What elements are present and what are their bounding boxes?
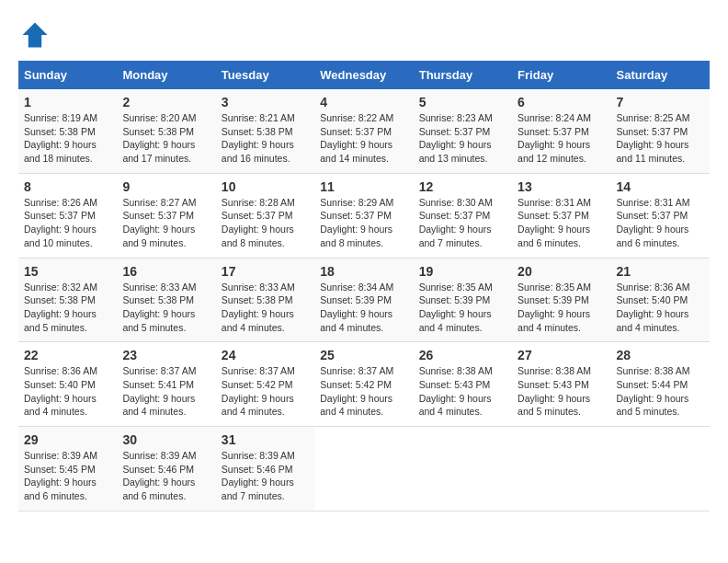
day-number: 6 xyxy=(518,95,605,109)
day-cell: 25 Sunrise: 8:37 AMSunset: 5:42 PMDaylig… xyxy=(314,342,413,427)
day-cell: 12 Sunrise: 8:30 AMSunset: 5:37 PMDaylig… xyxy=(414,173,512,258)
day-number: 15 xyxy=(24,264,111,279)
page-header xyxy=(18,18,710,52)
day-cell: 4 Sunrise: 8:22 AMSunset: 5:37 PMDayligh… xyxy=(314,89,413,173)
day-info: Sunrise: 8:39 AMSunset: 5:46 PMDaylight:… xyxy=(222,449,309,503)
day-cell: 17 Sunrise: 8:33 AMSunset: 5:38 PMDaylig… xyxy=(216,258,314,342)
day-info: Sunrise: 8:33 AMSunset: 5:38 PMDaylight:… xyxy=(222,281,309,335)
logo xyxy=(18,18,57,52)
day-info: Sunrise: 8:20 AMSunset: 5:38 PMDaylight:… xyxy=(122,111,210,166)
header-row: SundayMondayTuesdayWednesdayThursdayFrid… xyxy=(18,61,710,89)
day-info: Sunrise: 8:37 AMSunset: 5:42 PMDaylight:… xyxy=(222,364,309,419)
day-number: 29 xyxy=(24,432,111,447)
day-cell xyxy=(512,427,610,511)
day-cell: 16 Sunrise: 8:33 AMSunset: 5:38 PMDaylig… xyxy=(117,258,215,342)
svg-marker-0 xyxy=(23,23,48,48)
day-info: Sunrise: 8:38 AMSunset: 5:44 PMDaylight:… xyxy=(617,364,704,419)
day-cell: 3 Sunrise: 8:21 AMSunset: 5:38 PMDayligh… xyxy=(216,89,314,173)
day-cell: 22 Sunrise: 8:36 AMSunset: 5:40 PMDaylig… xyxy=(18,342,117,427)
day-number: 8 xyxy=(24,179,111,194)
day-info: Sunrise: 8:34 AMSunset: 5:39 PMDaylight:… xyxy=(320,281,407,335)
day-cell xyxy=(314,427,413,511)
day-info: Sunrise: 8:29 AMSunset: 5:37 PMDaylight:… xyxy=(320,196,407,250)
day-cell: 23 Sunrise: 8:37 AMSunset: 5:41 PMDaylig… xyxy=(117,342,215,427)
col-header-monday: Monday xyxy=(117,61,215,89)
day-number: 3 xyxy=(222,95,309,109)
day-info: Sunrise: 8:25 AMSunset: 5:37 PMDaylight:… xyxy=(617,111,704,166)
calendar-table: SundayMondayTuesdayWednesdayThursdayFrid… xyxy=(18,61,710,511)
day-cell: 2 Sunrise: 8:20 AMSunset: 5:38 PMDayligh… xyxy=(117,89,215,173)
col-header-friday: Friday xyxy=(512,61,610,89)
col-header-wednesday: Wednesday xyxy=(314,61,413,89)
day-cell: 11 Sunrise: 8:29 AMSunset: 5:37 PMDaylig… xyxy=(314,173,413,258)
day-cell: 28 Sunrise: 8:38 AMSunset: 5:44 PMDaylig… xyxy=(611,342,710,427)
col-header-tuesday: Tuesday xyxy=(216,61,314,89)
day-number: 2 xyxy=(122,95,210,109)
day-cell: 26 Sunrise: 8:38 AMSunset: 5:43 PMDaylig… xyxy=(414,342,512,427)
day-cell: 1 Sunrise: 8:19 AMSunset: 5:38 PMDayligh… xyxy=(18,89,117,173)
day-cell: 7 Sunrise: 8:25 AMSunset: 5:37 PMDayligh… xyxy=(611,89,710,173)
week-row-1: 1 Sunrise: 8:19 AMSunset: 5:38 PMDayligh… xyxy=(18,89,710,173)
day-cell: 10 Sunrise: 8:28 AMSunset: 5:37 PMDaylig… xyxy=(216,173,314,258)
day-cell xyxy=(611,427,710,511)
day-info: Sunrise: 8:31 AMSunset: 5:37 PMDaylight:… xyxy=(617,196,704,250)
day-cell: 29 Sunrise: 8:39 AMSunset: 5:45 PMDaylig… xyxy=(18,427,117,511)
day-number: 20 xyxy=(518,264,605,279)
day-info: Sunrise: 8:37 AMSunset: 5:41 PMDaylight:… xyxy=(122,364,210,419)
day-cell: 14 Sunrise: 8:31 AMSunset: 5:37 PMDaylig… xyxy=(611,173,710,258)
week-row-2: 8 Sunrise: 8:26 AMSunset: 5:37 PMDayligh… xyxy=(18,173,710,258)
day-cell: 13 Sunrise: 8:31 AMSunset: 5:37 PMDaylig… xyxy=(512,173,610,258)
day-number: 12 xyxy=(419,179,506,194)
week-row-5: 29 Sunrise: 8:39 AMSunset: 5:45 PMDaylig… xyxy=(18,427,710,511)
day-number: 9 xyxy=(122,179,210,194)
day-info: Sunrise: 8:21 AMSunset: 5:38 PMDaylight:… xyxy=(222,111,309,166)
logo-icon xyxy=(18,18,51,52)
day-cell xyxy=(414,427,512,511)
day-info: Sunrise: 8:28 AMSunset: 5:37 PMDaylight:… xyxy=(222,196,309,250)
day-cell: 15 Sunrise: 8:32 AMSunset: 5:38 PMDaylig… xyxy=(18,258,117,342)
day-number: 11 xyxy=(320,179,407,194)
day-cell: 5 Sunrise: 8:23 AMSunset: 5:37 PMDayligh… xyxy=(414,89,512,173)
day-cell: 21 Sunrise: 8:36 AMSunset: 5:40 PMDaylig… xyxy=(611,258,710,342)
day-number: 21 xyxy=(617,264,704,279)
day-number: 30 xyxy=(122,432,210,447)
day-number: 1 xyxy=(24,95,111,109)
day-info: Sunrise: 8:31 AMSunset: 5:37 PMDaylight:… xyxy=(518,196,605,250)
day-number: 24 xyxy=(222,348,309,362)
day-info: Sunrise: 8:30 AMSunset: 5:37 PMDaylight:… xyxy=(419,196,506,250)
day-info: Sunrise: 8:38 AMSunset: 5:43 PMDaylight:… xyxy=(419,364,506,419)
col-header-sunday: Sunday xyxy=(18,61,117,89)
day-number: 17 xyxy=(222,264,309,279)
day-number: 25 xyxy=(320,348,407,362)
day-info: Sunrise: 8:33 AMSunset: 5:38 PMDaylight:… xyxy=(122,281,210,335)
day-cell: 9 Sunrise: 8:27 AMSunset: 5:37 PMDayligh… xyxy=(117,173,215,258)
day-number: 4 xyxy=(320,95,407,109)
day-cell: 31 Sunrise: 8:39 AMSunset: 5:46 PMDaylig… xyxy=(216,427,314,511)
day-info: Sunrise: 8:24 AMSunset: 5:37 PMDaylight:… xyxy=(518,111,605,166)
day-info: Sunrise: 8:27 AMSunset: 5:37 PMDaylight:… xyxy=(122,196,210,250)
day-cell: 6 Sunrise: 8:24 AMSunset: 5:37 PMDayligh… xyxy=(512,89,610,173)
day-info: Sunrise: 8:23 AMSunset: 5:37 PMDaylight:… xyxy=(419,111,506,166)
day-number: 31 xyxy=(222,432,309,447)
day-number: 19 xyxy=(419,264,506,279)
day-number: 5 xyxy=(419,95,506,109)
day-number: 26 xyxy=(419,348,506,362)
day-info: Sunrise: 8:36 AMSunset: 5:40 PMDaylight:… xyxy=(24,364,111,419)
day-number: 16 xyxy=(122,264,210,279)
day-info: Sunrise: 8:39 AMSunset: 5:46 PMDaylight:… xyxy=(122,449,210,503)
day-number: 10 xyxy=(222,179,309,194)
day-cell: 18 Sunrise: 8:34 AMSunset: 5:39 PMDaylig… xyxy=(314,258,413,342)
day-info: Sunrise: 8:35 AMSunset: 5:39 PMDaylight:… xyxy=(518,281,605,335)
day-number: 27 xyxy=(518,348,605,362)
week-row-3: 15 Sunrise: 8:32 AMSunset: 5:38 PMDaylig… xyxy=(18,258,710,342)
day-info: Sunrise: 8:32 AMSunset: 5:38 PMDaylight:… xyxy=(24,281,111,335)
day-number: 18 xyxy=(320,264,407,279)
day-number: 22 xyxy=(24,348,111,362)
day-info: Sunrise: 8:35 AMSunset: 5:39 PMDaylight:… xyxy=(419,281,506,335)
day-info: Sunrise: 8:26 AMSunset: 5:37 PMDaylight:… xyxy=(24,196,111,250)
day-cell: 8 Sunrise: 8:26 AMSunset: 5:37 PMDayligh… xyxy=(18,173,117,258)
day-info: Sunrise: 8:37 AMSunset: 5:42 PMDaylight:… xyxy=(320,364,407,419)
week-row-4: 22 Sunrise: 8:36 AMSunset: 5:40 PMDaylig… xyxy=(18,342,710,427)
day-cell: 30 Sunrise: 8:39 AMSunset: 5:46 PMDaylig… xyxy=(117,427,215,511)
day-info: Sunrise: 8:39 AMSunset: 5:45 PMDaylight:… xyxy=(24,449,111,503)
